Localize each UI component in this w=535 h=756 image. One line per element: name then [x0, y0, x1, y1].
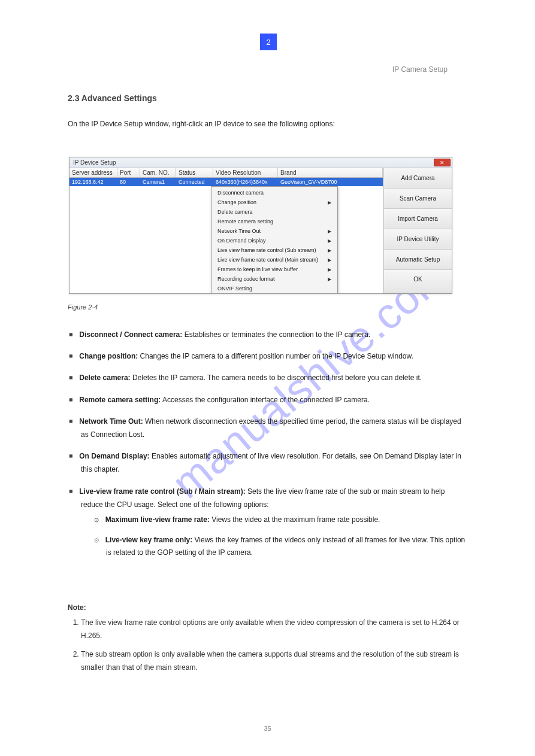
cell-vres: 640x360(H264)3840x — [213, 179, 278, 185]
sub-head: Live-view key frame only: — [105, 536, 192, 544]
sub-head: Maximum live-view frame rate: — [105, 515, 210, 524]
menu-item[interactable]: Change position▶ — [211, 198, 337, 207]
intro-line: On the IP Device Setup window, right-cli… — [68, 120, 335, 128]
device-list-pane: Server address Port Cam. NO. Status Vide… — [69, 168, 383, 293]
scan-camera-button[interactable]: Scan Camera — [384, 189, 452, 209]
bullet-body: Changes the IP camera to a different pos… — [138, 352, 413, 360]
list-item: Change position: Changes the IP camera t… — [68, 350, 466, 363]
menu-item[interactable]: Remote camera setting — [211, 217, 337, 226]
bullet-head: Disconnect / Connect camera: — [79, 330, 182, 339]
chapter-number: 2 — [266, 38, 270, 47]
list-item: Delete camera: Deletes the IP camera. Th… — [68, 371, 466, 384]
menu-item-label: On Demand Display — [217, 238, 266, 244]
sub-list-item: Maximum live-view frame rate: Views the … — [93, 514, 466, 526]
chevron-right-icon: ▶ — [328, 229, 331, 234]
page-number: 35 — [264, 725, 271, 732]
chevron-right-icon: ▶ — [328, 238, 331, 244]
chevron-right-icon: ▶ — [328, 277, 331, 282]
menu-item[interactable]: On Demand Display▶ — [211, 236, 337, 245]
bullet-body: Establishes or terminates the connection… — [182, 330, 370, 339]
chevron-right-icon: ▶ — [328, 200, 331, 205]
col-video-res[interactable]: Video Resolution — [213, 168, 278, 177]
column-headers: Server address Port Cam. NO. Status Vide… — [69, 168, 383, 178]
dialog-title: IP Device Setup — [73, 159, 116, 166]
menu-item[interactable]: Delete camera — [211, 207, 337, 217]
col-status[interactable]: Status — [176, 168, 213, 177]
add-camera-button[interactable]: Add Camera — [384, 168, 452, 189]
chevron-right-icon: ▶ — [328, 257, 331, 263]
menu-item-label: ONVIF Setting — [217, 286, 252, 292]
close-icon: ✕ — [440, 160, 445, 166]
col-port[interactable]: Port — [117, 168, 140, 177]
figure-caption: Figure 2-4 — [68, 303, 98, 311]
menu-item-label: Delete camera — [217, 209, 253, 215]
cell-camno: Camera1 — [140, 179, 176, 185]
chevron-right-icon: ▶ — [328, 267, 331, 272]
menu-item[interactable]: Recording codec format▶ — [211, 274, 337, 284]
menu-item[interactable]: Disconnect camera — [211, 188, 337, 198]
chapter-label: IP Camera Setup — [392, 65, 448, 74]
bullet-head: On Demand Display: — [79, 452, 149, 460]
menu-item-label: Network Time Out — [217, 228, 261, 234]
notes-body: The live view frame rate control options… — [68, 617, 466, 680]
col-cam-no[interactable]: Cam. NO. — [140, 168, 176, 177]
sub-body: Views the video at the maximum frame rat… — [210, 515, 380, 524]
menu-item-label: Live view frame rate control (Main strea… — [217, 257, 318, 263]
list-item: Network Time Out: When network disconnec… — [68, 415, 466, 441]
ip-device-utility-button[interactable]: IP Device Utility — [384, 229, 452, 250]
menu-item-label: Change position — [217, 199, 256, 205]
cell-brand: GeoVision_GV-VD8700 — [278, 179, 383, 185]
bullet-body: Accesses the configuration interface of … — [161, 396, 370, 404]
menu-item-label: Live view frame rate control (Sub stream… — [217, 247, 316, 253]
cell-port: 80 — [117, 179, 140, 185]
list-item: Remote camera setting: Accesses the conf… — [68, 393, 466, 406]
bullet-head: Live-view frame rate control (Sub / Main… — [79, 487, 245, 496]
import-camera-button[interactable]: Import Camera — [384, 209, 452, 229]
dialog-button-column: Add CameraScan CameraImport CameraIP Dev… — [383, 168, 452, 293]
dialog-body: Server address Port Cam. NO. Status Vide… — [69, 168, 452, 293]
sub-list: Maximum live-view frame rate: Views the … — [93, 514, 466, 558]
menu-item[interactable]: Live view frame rate control (Sub stream… — [211, 245, 337, 255]
context-menu: Disconnect cameraChange position▶Delete … — [211, 186, 338, 293]
chapter-heading: 2.3 Advanced Settings — [68, 93, 157, 103]
automatic-setup-button[interactable]: Automatic Setup — [384, 250, 452, 270]
note-item: The sub stream option is only available … — [81, 648, 466, 674]
ip-device-setup-dialog: IP Device Setup ✕ Server address Port Ca… — [69, 157, 452, 294]
notes-heading: Note: — [68, 603, 86, 612]
table-row[interactable]: 192.168.6.42 80 Camera1 Connected 640x36… — [69, 178, 383, 186]
cell-status: Connected — [176, 179, 213, 185]
bullet-list: Disconnect / Connect camera: Establishes… — [68, 328, 466, 567]
menu-item[interactable]: ONVIF Setting — [211, 284, 337, 293]
col-brand[interactable]: Brand — [278, 168, 383, 177]
menu-item[interactable]: Frames to keep in live view buffer▶ — [211, 265, 337, 274]
menu-item-label: Disconnect camera — [217, 190, 264, 196]
list-item: Disconnect / Connect camera: Establishes… — [68, 328, 466, 341]
cell-address: 192.168.6.42 — [69, 179, 117, 185]
sub-list-item: Live-view key frame only: Views the key … — [93, 534, 466, 558]
note-item: The live view frame rate control options… — [81, 617, 466, 642]
dialog-titlebar: IP Device Setup ✕ — [69, 157, 452, 168]
chevron-right-icon: ▶ — [328, 248, 331, 253]
chapter-box: 2 — [260, 34, 277, 50]
menu-item-label: Recording codec format — [217, 276, 275, 282]
list-item: Live-view frame rate control (Sub / Main… — [68, 485, 466, 559]
bullet-head: Change position: — [79, 352, 138, 360]
menu-item[interactable]: Live view frame rate control (Main strea… — [211, 255, 337, 265]
bullet-head: Remote camera setting: — [79, 396, 161, 404]
bullet-head: Network Time Out: — [79, 417, 143, 426]
list-item: On Demand Display: Enables automatic adj… — [68, 450, 466, 476]
menu-item[interactable]: Network Time Out▶ — [211, 226, 337, 236]
menu-item-label: Remote camera setting — [217, 218, 273, 224]
ok-button[interactable]: OK — [384, 270, 452, 293]
bullet-body: Deletes the IP camera. The camera needs … — [131, 374, 422, 382]
bullet-head: Delete camera: — [79, 374, 130, 382]
close-button[interactable]: ✕ — [434, 159, 451, 166]
menu-item-label: Frames to keep in live view buffer — [217, 266, 298, 272]
col-server-address[interactable]: Server address — [69, 168, 117, 177]
